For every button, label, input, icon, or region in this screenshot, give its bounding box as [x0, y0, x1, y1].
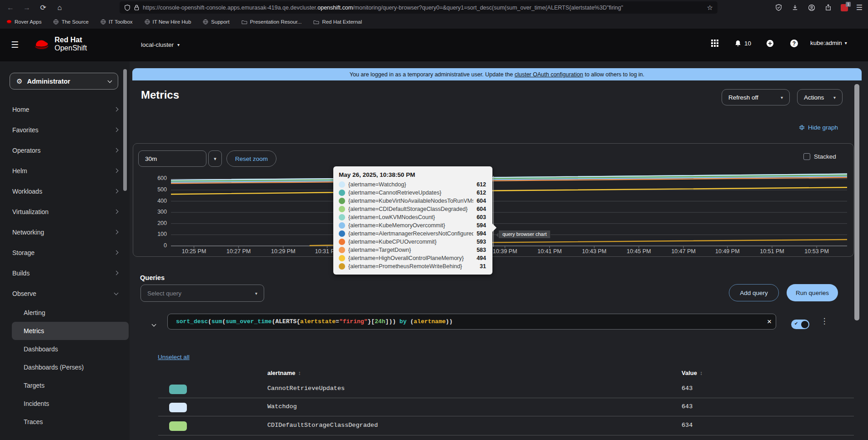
- sidebar-item[interactable]: Networking: [0, 222, 130, 242]
- query-expression-input[interactable]: sort_desc(sum(sum_over_time(ALERTS{alert…: [167, 314, 776, 330]
- chevron-down-icon: ▾: [177, 42, 180, 47]
- import-yaml-button[interactable]: [766, 40, 774, 47]
- series-color-dot: [339, 198, 345, 204]
- column-header-value[interactable]: Value ↕: [682, 370, 702, 376]
- tooltip-row: {alertname=KubeVirtNoAvailableNodesToRun…: [339, 197, 486, 205]
- graph-panel: ▾ Reset zoom Stacked 0100200300400500600…: [133, 143, 854, 257]
- sort-icon[interactable]: ↕: [700, 370, 702, 376]
- protection-shield-icon[interactable]: [772, 0, 785, 15]
- stacked-checkbox[interactable]: [803, 153, 810, 160]
- extension-icon[interactable]: 1: [838, 0, 851, 15]
- sidebar-item[interactable]: Operators: [0, 140, 130, 160]
- oauth-config-link[interactable]: cluster OAuth configuration: [515, 71, 583, 78]
- lock-icon[interactable]: [134, 5, 139, 10]
- account-icon[interactable]: [805, 0, 818, 15]
- sidebar-item[interactable]: Workloads: [0, 181, 130, 201]
- page-scrollbar[interactable]: [854, 84, 859, 320]
- timespan-input[interactable]: [138, 150, 206, 167]
- bookmark-presentation-resources[interactable]: Presentation Resour...: [241, 19, 302, 25]
- table-row[interactable]: CDIDefaultStorageClassDegraded 634: [130, 417, 854, 435]
- bookmark-it-new-hire-hub[interactable]: IT New Hire Hub: [145, 19, 191, 25]
- help-button[interactable]: ?: [790, 40, 798, 47]
- series-color-swatch[interactable]: [169, 403, 187, 412]
- bookmark-red-hat-external[interactable]: Red Hat External: [313, 19, 362, 25]
- share-icon[interactable]: [821, 0, 835, 15]
- actions-dropdown[interactable]: Actions ▾: [797, 89, 843, 105]
- stacked-label: Stacked: [814, 153, 836, 160]
- series-value: 612: [477, 190, 486, 196]
- page-title: Metrics: [141, 89, 179, 101]
- refresh-dropdown[interactable]: Refresh off ▾: [722, 89, 790, 105]
- sidebar-subitem[interactable]: Traces: [0, 413, 130, 431]
- series-label: {alertname=KubeMemoryOvercommit}: [348, 222, 473, 229]
- back-icon[interactable]: ←: [4, 0, 17, 15]
- sidebar-subitem[interactable]: Dashboards (Perses): [0, 358, 130, 376]
- hide-graph-link[interactable]: Hide graph: [799, 124, 838, 131]
- bookmark-support[interactable]: Support: [203, 19, 229, 25]
- series-color-swatch[interactable]: [169, 421, 187, 431]
- compress-icon: [799, 125, 805, 130]
- sidebar-subitem[interactable]: Incidents: [0, 395, 130, 413]
- download-icon[interactable]: [788, 0, 802, 15]
- table-row[interactable]: Watchdog 643: [130, 398, 854, 416]
- url-text[interactable]: https://console-openshift-console.apps.e…: [143, 5, 703, 11]
- cluster-dropdown[interactable]: local-cluster▾: [141, 41, 180, 48]
- series-color-dot: [339, 181, 345, 188]
- sidebar-toggle-icon[interactable]: ☰: [11, 40, 19, 50]
- url-bar[interactable]: https://console-openshift-console.apps.e…: [120, 1, 717, 14]
- sidebar-subitem[interactable]: Alerting: [0, 304, 130, 322]
- sidebar-subitem[interactable]: Targets: [0, 376, 130, 395]
- query-kebab-menu[interactable]: ⋮: [820, 316, 829, 326]
- reload-icon[interactable]: ⟳: [36, 0, 50, 15]
- sidebar-item[interactable]: Storage: [0, 242, 130, 263]
- alertname-cell: CannotRetrieveUpdates: [267, 385, 345, 392]
- add-query-button[interactable]: Add query: [729, 284, 779, 301]
- sidebar-item-observe[interactable]: Observe: [0, 283, 130, 304]
- sidebar-subitem[interactable]: Metrics: [12, 322, 129, 340]
- tracking-shield-icon[interactable]: [124, 5, 130, 11]
- bookmark-rover-apps[interactable]: Rover Apps: [6, 19, 41, 25]
- sidebar-item[interactable]: Helm: [0, 160, 130, 181]
- sort-icon[interactable]: ↕: [298, 370, 301, 376]
- query-enabled-toggle[interactable]: ✔: [791, 320, 809, 329]
- queries-heading: Queries: [140, 274, 165, 281]
- unselect-all-link[interactable]: Unselect all: [158, 354, 190, 360]
- user-menu[interactable]: kube:admin▾: [810, 40, 847, 46]
- brand-logo[interactable]: Red HatOpenShift: [33, 36, 87, 52]
- sidebar-item[interactable]: Virtualization: [0, 201, 130, 222]
- timespan-dropdown-button[interactable]: ▾: [208, 150, 222, 167]
- bookmark-the-source[interactable]: The Source: [53, 19, 88, 25]
- sidebar-item[interactable]: Home: [0, 99, 130, 120]
- reset-zoom-button[interactable]: Reset zoom: [226, 150, 276, 167]
- perspective-switcher[interactable]: ⚙ Administrator: [10, 73, 118, 90]
- forward-icon[interactable]: →: [20, 0, 34, 15]
- select-query-dropdown[interactable]: Select query ▾: [140, 285, 264, 302]
- menu-icon[interactable]: ☰: [853, 0, 866, 15]
- perspective-label: Administrator: [27, 78, 104, 85]
- x-axis-label: 10:51 PM: [760, 248, 784, 255]
- bookmark-it-toolbox[interactable]: IT Toolbox: [100, 19, 133, 25]
- bookmark-star-icon[interactable]: ☆: [707, 4, 713, 12]
- series-color-swatch[interactable]: [169, 385, 187, 394]
- table-row[interactable]: CannotRetrieveUpdates 643: [130, 380, 854, 398]
- sidebar-subitem[interactable]: Dashboards: [0, 340, 130, 358]
- tooltip-timestamp: May 26, 2025, 10:38:50 PM: [339, 171, 486, 178]
- column-header-alertname[interactable]: alertname ↕: [267, 370, 301, 376]
- sidebar-item[interactable]: Builds: [0, 263, 130, 283]
- query-close-icon[interactable]: ×: [763, 316, 775, 328]
- notifications-bell[interactable]: 10: [734, 40, 751, 47]
- metrics-line-chart[interactable]: [171, 173, 847, 254]
- chart-hover-tooltip: query browser chart: [498, 230, 551, 239]
- home-icon[interactable]: ⌂: [53, 0, 66, 15]
- sidebar-item-label: Workloads: [12, 188, 42, 195]
- series-value: 603: [477, 214, 486, 220]
- sidebar-item[interactable]: Favorites: [0, 120, 130, 140]
- chevron-down-icon: ▾: [845, 40, 847, 45]
- x-axis-label: 10:39 PM: [493, 248, 517, 255]
- query-expand-toggle[interactable]: [152, 320, 156, 328]
- masthead: ☰ Red HatOpenShift local-cluster▾ 10 ? k…: [0, 29, 868, 61]
- run-queries-button[interactable]: Run queries: [787, 284, 838, 301]
- app-launcher-icon[interactable]: [711, 40, 718, 47]
- stacked-control: Stacked: [803, 153, 836, 160]
- sidebar-scrollbar[interactable]: [123, 69, 127, 191]
